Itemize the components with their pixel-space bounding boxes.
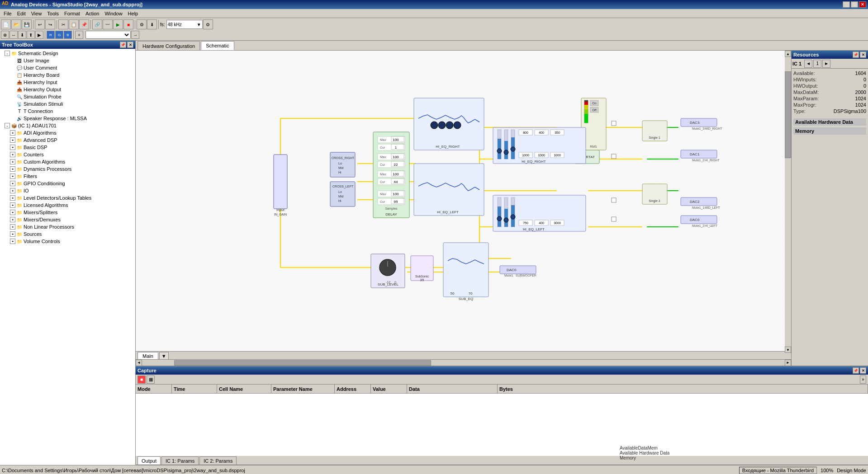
menu-view[interactable]: View <box>28 10 45 17</box>
capture-stop-button[interactable]: ■ <box>138 375 146 384</box>
expand-level-detectors[interactable]: + <box>10 195 15 201</box>
tree-item-schematic-design[interactable]: - 📁 Schematic Design <box>1 50 134 57</box>
download-button[interactable]: ⬇ <box>147 19 157 29</box>
redo-button[interactable]: ↪ <box>45 19 55 29</box>
bottom-tab-output[interactable]: Output <box>138 456 161 465</box>
tree-item-user-comment[interactable]: 💬 User Comment <box>1 64 134 71</box>
scroll-thumb-v[interactable] <box>785 71 791 158</box>
tree-item-hierarchy-board[interactable]: 📋 Hierarchy Board <box>1 71 134 79</box>
tb2-btn1[interactable]: ⊕ <box>1 31 9 39</box>
tree-item-mixers-splitters[interactable]: + 📁 Mixers/Splitters <box>1 209 134 216</box>
cut-button[interactable]: ✂ <box>58 19 68 29</box>
expand-non-linear-processors[interactable]: + <box>10 224 15 230</box>
schematic-canvas[interactable]: Input IN_GAIN CROSS_RIGHT Lo Mid Hi CROS… <box>136 51 791 366</box>
bottom-tab-ic1-params[interactable]: IC 1: Params <box>161 456 199 465</box>
expand-ic1[interactable]: - <box>5 123 10 128</box>
tree-item-level-detectors[interactable]: + 📁 Level Detectors/Lookup Tables <box>1 194 134 202</box>
expand-schematic-design[interactable]: - <box>5 51 10 56</box>
undo-button[interactable]: ↩ <box>35 19 45 29</box>
paste-button[interactable]: 📌 <box>79 19 89 29</box>
menu-help[interactable]: Help <box>125 10 141 17</box>
menu-format[interactable]: Format <box>62 10 83 17</box>
expand-filters[interactable]: + <box>10 174 15 179</box>
link-button[interactable]: 🔗 <box>92 19 102 29</box>
tb2-btn6[interactable]: R <box>47 31 55 39</box>
tree-item-custom-algorithms[interactable]: + 📁 Custom Algorithms <box>1 158 134 165</box>
tree-item-hierarchy-input[interactable]: 📥 Hierarchy Input <box>1 79 134 86</box>
tree-item-hierarchy-output[interactable]: 📤 Hierarchy Output <box>1 86 134 93</box>
tree-item-sources[interactable]: + 📁 Sources <box>1 230 134 238</box>
tree-item-non-linear-processors[interactable]: + 📁 Non Linear Processors <box>1 223 134 230</box>
freq-dropdown[interactable]: 48 kHz ▼ <box>166 20 203 29</box>
expand-io[interactable]: + <box>10 188 15 193</box>
new-button[interactable]: 📄 <box>1 19 11 29</box>
menu-tools[interactable]: Tools <box>44 10 62 17</box>
tab-hardware-configuration[interactable]: Hardware Configuration <box>138 41 200 50</box>
expand-volume-controls[interactable]: + <box>10 239 15 244</box>
scrollbar-h[interactable]: ◄ ► <box>136 359 791 366</box>
expand-dynamics-processors[interactable]: + <box>10 166 15 172</box>
maximize-button[interactable]: □ <box>851 1 858 8</box>
bottom-tab-ic2-params[interactable]: IC 2: Params <box>199 456 237 465</box>
tb2-btn3[interactable]: ⬇ <box>18 31 26 39</box>
tree-item-user-image[interactable]: 🖼 User Image <box>1 57 134 64</box>
scroll-down-button[interactable]: ▼ <box>785 347 791 353</box>
tree-item-ic1[interactable]: - 📦 (IC 1) ADAU1701 <box>1 122 134 129</box>
menu-window[interactable]: Window <box>102 10 125 17</box>
minimize-button[interactable]: _ <box>843 1 850 8</box>
page-tab-main[interactable]: Main <box>138 352 158 359</box>
resources-close-button[interactable]: ✕ <box>860 52 866 58</box>
run-button[interactable]: ▶ <box>113 19 123 29</box>
scroll-right-button[interactable]: ► <box>785 360 791 366</box>
tree-item-dynamics-processors[interactable]: + 📁 Dynamics Processors <box>1 165 134 173</box>
menu-edit[interactable]: Edit <box>14 10 28 17</box>
settings-button[interactable]: ⚙ <box>203 19 213 29</box>
expand-adi-algorithms[interactable]: + <box>10 130 15 136</box>
tree-item-simulation-probe[interactable]: 🔍 Simulation Probe <box>1 93 134 100</box>
tree-item-io[interactable]: + 📁 IO <box>1 187 134 194</box>
resources-pin-button[interactable]: 📌 <box>853 52 859 58</box>
tree-item-filters[interactable]: + 📁 Filters <box>1 173 134 180</box>
panel-pin-button[interactable]: 📌 <box>120 42 126 48</box>
tree-item-t-connection[interactable]: T T Connection <box>1 108 134 115</box>
capture-close-button[interactable]: ✕ <box>860 367 866 374</box>
tree-item-basic-dsp[interactable]: + 📁 Basic DSP <box>1 144 134 151</box>
tree-item-simulation-stimuli[interactable]: 📡 Simulation Stimuli <box>1 100 134 108</box>
tb2-btn4[interactable]: ⬆ <box>27 31 35 39</box>
scroll-left-button[interactable]: ◄ <box>136 360 142 366</box>
tab-schematic[interactable]: Schematic <box>201 41 234 50</box>
menu-file[interactable]: File <box>1 10 14 17</box>
copy-button[interactable]: 📋 <box>69 19 79 29</box>
tb2-select[interactable] <box>85 31 131 39</box>
scroll-thumb-h[interactable] <box>174 360 431 366</box>
tree-item-counters[interactable]: + 📁 Counters <box>1 151 134 158</box>
menu-action[interactable]: Action <box>83 10 102 17</box>
tb2-btn2[interactable]: ↔ <box>9 31 18 39</box>
expand-sources[interactable]: + <box>10 231 15 237</box>
res-btn3[interactable]: ► <box>822 60 830 68</box>
expand-advanced-dsp[interactable]: + <box>10 137 15 143</box>
expand-custom-algorithms[interactable]: + <box>10 159 15 164</box>
panel-close-button[interactable]: ✕ <box>127 42 133 48</box>
capture-clear-button[interactable]: ▦ <box>147 375 155 384</box>
wire-button[interactable]: 〰 <box>103 19 113 29</box>
tb2-btn7[interactable]: G <box>55 31 63 39</box>
tb2-add[interactable]: + <box>75 31 83 39</box>
capture-expand-button[interactable]: » <box>860 375 866 384</box>
tree-item-gpio-conditioning[interactable]: + 📁 GPIO Conditioning <box>1 180 134 187</box>
close-button[interactable]: ✕ <box>859 1 866 8</box>
expand-mixers-demuxes[interactable]: + <box>10 217 15 222</box>
tree-item-mixers-demuxes[interactable]: + 📁 Mixers/Demuxes <box>1 216 134 223</box>
expand-basic-dsp[interactable]: + <box>10 145 15 150</box>
stop-button[interactable]: ■ <box>123 19 133 29</box>
scroll-up-button[interactable]: ▲ <box>785 51 791 57</box>
expand-licensed-algorithms[interactable]: + <box>10 202 15 208</box>
tree-item-adi-algorithms[interactable]: + 📁 ADI Algorithms <box>1 129 134 136</box>
expand-counters[interactable]: + <box>10 152 15 157</box>
compile-button[interactable]: ⚙ <box>137 19 147 29</box>
res-btn2[interactable]: 1 <box>813 60 821 68</box>
page-tab-add[interactable]: ▼ <box>159 352 169 359</box>
tb2-btn8[interactable]: B <box>64 31 72 39</box>
expand-mixers-splitters[interactable]: + <box>10 210 15 215</box>
tree-item-licensed-algorithms[interactable]: + 📁 Licensed Algorithms <box>1 202 134 209</box>
